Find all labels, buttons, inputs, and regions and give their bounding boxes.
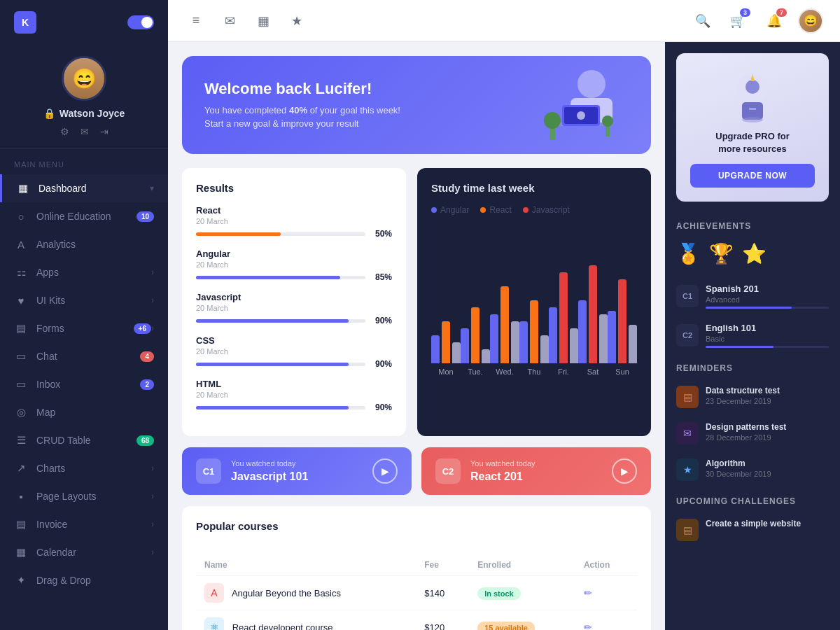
table-row: ⚛ React developent course $120 15 availa… bbox=[196, 610, 637, 631]
study-time-card: Study time last week Angular React Ja bbox=[417, 168, 651, 436]
achievement-medal: 🏅 bbox=[676, 242, 701, 265]
chevron-right-icon: › bbox=[151, 295, 154, 305]
challenges-title: Upcoming Challenges bbox=[665, 488, 840, 512]
sidebar-item-label: CRUD Table bbox=[36, 435, 136, 446]
content-main: Welcome back Lucifer! You have completed… bbox=[168, 42, 665, 630]
reminder-info-1: Design patterns test 28 December 2019 bbox=[706, 422, 786, 442]
svg-point-13 bbox=[742, 117, 763, 122]
lock-icon: 🔒 bbox=[43, 108, 55, 119]
course-cards: C1 You watched today Javascript 101 ▶ C2… bbox=[182, 447, 651, 495]
svg-point-9 bbox=[602, 115, 613, 127]
sidebar-item-inbox[interactable]: ▭ Inbox 2 bbox=[0, 370, 168, 398]
edit-button[interactable]: ✏ bbox=[584, 622, 592, 630]
table-row: A Angular Beyond the Basics $140 In stoc… bbox=[196, 576, 637, 610]
chart-col-sat bbox=[578, 251, 608, 363]
sidebar-item-calendar[interactable]: ▦ Calendar › bbox=[0, 538, 168, 566]
user-actions: ⚙ ✉ ⇥ bbox=[60, 126, 108, 137]
sidebar-item-chat[interactable]: ▭ Chat 4 bbox=[0, 342, 168, 370]
legend-react: React bbox=[480, 205, 511, 215]
sidebar-item-map[interactable]: ◎ Map bbox=[0, 398, 168, 426]
nav-badge: 68 bbox=[136, 435, 154, 446]
col-action: Action bbox=[575, 554, 637, 576]
reminder-item-2: ★ Algorithm 30 December 2019 bbox=[665, 451, 840, 488]
forms-icon: ▤ bbox=[14, 321, 28, 335]
chevron-right-icon: › bbox=[151, 491, 154, 501]
sidebar-item-invoice[interactable]: ▤ Invoice › bbox=[0, 510, 168, 538]
nav-badge: 10 bbox=[136, 211, 154, 222]
mail-icon[interactable]: ✉ bbox=[80, 126, 89, 137]
course-card-c1: C1 You watched today Javascript 101 ▶ bbox=[182, 447, 412, 495]
map-icon: ◎ bbox=[14, 405, 28, 419]
reminder-icon-1: ✉ bbox=[676, 422, 699, 444]
sidebar-item-charts[interactable]: ↗ Charts › bbox=[0, 454, 168, 482]
star-icon[interactable]: ★ bbox=[286, 10, 308, 32]
upgrade-button[interactable]: UPGRADE NOW bbox=[690, 164, 815, 188]
user-avatar-top[interactable]: 😄 bbox=[798, 8, 823, 34]
avatar-face: 😄 bbox=[64, 56, 104, 101]
col-fee: Fee bbox=[416, 554, 469, 576]
sidebar-item-analytics[interactable]: A Analytics bbox=[0, 230, 168, 258]
sidebar-item-label: Drag & Drop bbox=[36, 575, 154, 586]
nav-badge: 4 bbox=[140, 351, 154, 362]
sidebar-item-dashboard[interactable]: ▦ Dashboard ▾ bbox=[0, 174, 168, 202]
sidebar-item-page-layouts[interactable]: ▪ Page Layouts › bbox=[0, 482, 168, 510]
cp-badge-c1: C1 bbox=[676, 285, 699, 307]
chart-col-fri bbox=[549, 251, 578, 363]
svg-point-11 bbox=[746, 80, 760, 94]
course-info-c1: You watched today Javascript 101 bbox=[231, 459, 372, 483]
sidebar-item-ui-kits[interactable]: ♥ UI Kits › bbox=[0, 286, 168, 314]
results-card: Results React 20 March 50% Angular 20 Ma… bbox=[182, 168, 406, 436]
calendar-topbar-icon[interactable]: ▦ bbox=[252, 10, 274, 32]
dashboard-icon: ▦ bbox=[16, 181, 30, 195]
sidebar-item-label: Online Education bbox=[36, 211, 136, 222]
course-progress-item-c2: C2 English 101 Basic bbox=[665, 316, 840, 355]
sidebar-item-online-education[interactable]: ○ Online Education 10 bbox=[0, 202, 168, 230]
table-header: Popular courses bbox=[196, 520, 637, 543]
sidebar-item-apps[interactable]: ⚏ Apps › bbox=[0, 258, 168, 286]
topbar-left: ≡ ✉ ▦ ★ bbox=[185, 10, 680, 32]
result-item-html: HTML 20 March 90% bbox=[196, 379, 392, 412]
achievement-star: ⭐ bbox=[742, 242, 766, 265]
upgrade-title: Upgrade PRO formore resources bbox=[690, 130, 815, 155]
upgrade-card: Upgrade PRO formore resources UPGRADE NO… bbox=[676, 53, 829, 202]
apps-icon: ⚏ bbox=[14, 265, 28, 279]
chart-col-sun bbox=[608, 251, 637, 363]
chevron-right-icon: › bbox=[151, 267, 154, 277]
sidebar-item-crud-table[interactable]: ☰ CRUD Table 68 bbox=[0, 426, 168, 454]
user-profile: 😄 🔒 Watson Joyce ⚙ ✉ ⇥ bbox=[0, 45, 168, 149]
play-button-c2[interactable]: ▶ bbox=[612, 458, 637, 484]
menu-icon[interactable]: ≡ bbox=[185, 10, 207, 32]
challenge-icon-0: ▤ bbox=[676, 519, 699, 541]
settings-icon[interactable]: ⚙ bbox=[60, 126, 69, 137]
dark-mode-toggle[interactable] bbox=[127, 15, 154, 29]
logout-icon[interactable]: ⇥ bbox=[100, 126, 108, 137]
svg-point-7 bbox=[544, 112, 561, 129]
notif-badge: 7 bbox=[776, 8, 787, 17]
sidebar-item-drag-drop[interactable]: ✦ Drag & Drop bbox=[0, 566, 168, 594]
results-title: Results bbox=[196, 182, 392, 194]
chart-col-thu bbox=[519, 251, 549, 363]
study-chart-title: Study time last week bbox=[431, 182, 637, 194]
status-badge: 15 available bbox=[477, 622, 535, 631]
edit-button[interactable]: ✏ bbox=[584, 587, 592, 598]
sidebar-item-forms[interactable]: ▤ Forms +6 › bbox=[0, 314, 168, 342]
reminder-info-0: Data structure test 23 December 2019 bbox=[706, 386, 780, 405]
sidebar-item-label: Analytics bbox=[36, 239, 154, 250]
play-button-c1[interactable]: ▶ bbox=[372, 458, 398, 484]
sidebar-item-label: Forms bbox=[36, 323, 134, 334]
chat-icon: ▭ bbox=[14, 349, 28, 363]
cart-button[interactable]: 🛒 3 bbox=[725, 8, 750, 34]
search-icon[interactable]: 🔍 bbox=[692, 10, 714, 32]
sidebar-item-label: UI Kits bbox=[36, 295, 151, 306]
notification-button[interactable]: 🔔 7 bbox=[762, 8, 787, 34]
react-icon: ⚛ bbox=[204, 617, 224, 630]
sidebar-item-label: Charts bbox=[36, 463, 151, 474]
sidebar: K 😄 🔒 Watson Joyce ⚙ ✉ ⇥ Main menu ▦ Das… bbox=[0, 0, 168, 630]
legend-angular: Angular bbox=[431, 205, 469, 215]
result-item-react: React 20 March 50% bbox=[196, 205, 392, 239]
challenge-info-0: Create a simple website bbox=[706, 519, 801, 530]
nav-badge: +6 bbox=[134, 323, 151, 334]
mail-topbar-icon[interactable]: ✉ bbox=[218, 10, 241, 32]
popular-courses-title: Popular courses bbox=[196, 520, 279, 532]
reminder-icon-0: ▤ bbox=[676, 386, 699, 408]
